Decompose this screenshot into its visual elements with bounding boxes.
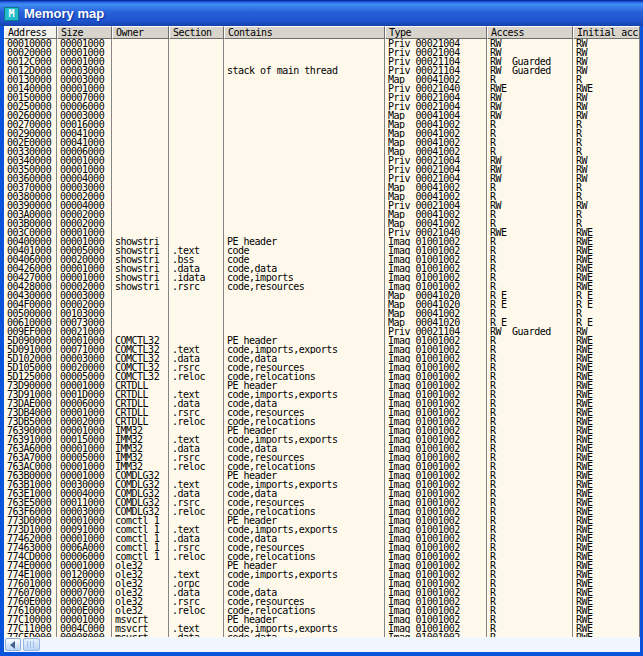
cell-address: 763A7000 — [4, 453, 57, 462]
cell-initial_access: R — [573, 183, 640, 192]
table-row[interactable]: 763A700000005000IMM32.rsrccode,resources… — [4, 453, 640, 462]
column-header-section[interactable]: Section — [169, 26, 224, 39]
table-row[interactable]: 7760100000006000ole32.orpccodeImag 01001… — [4, 579, 640, 588]
cell-initial_access: R — [573, 309, 640, 318]
table-row[interactable]: 7639000000001000IMM32PE headerImag 01001… — [4, 426, 640, 435]
cell-initial_access: RW — [573, 102, 640, 111]
column-header-owner[interactable]: Owner — [112, 26, 169, 39]
cell-type: Priv 00021004 — [385, 48, 487, 57]
table-row[interactable]: 763B000000001000COMDLG32PE headerImag 01… — [4, 471, 640, 480]
table-row[interactable]: 7639100000015000IMM32.textcode,imports,e… — [4, 435, 640, 444]
column-header-contains[interactable]: Contains — [224, 26, 385, 39]
cell-owner — [112, 129, 169, 138]
cell-initial_access: RWE — [573, 588, 640, 597]
table-row[interactable]: 5D12500000005000COMCTL32.reloccode,reloc… — [4, 372, 640, 381]
table-row[interactable]: 73DAE00000006000CRTDLL.datacode,dataImag… — [4, 399, 640, 408]
table-row[interactable]: 774630000006A000comctl_1.rsrccode,resour… — [4, 543, 640, 552]
table-row[interactable]: 763E100000004000COMDLG32.datacode,dataIm… — [4, 489, 640, 498]
table-row[interactable]: 0040100000005000showstri.textcodeImag 01… — [4, 246, 640, 255]
table-row[interactable]: 774CD00000006000comctl_1.reloccode,reloc… — [4, 552, 640, 561]
table-row[interactable]: 004F000000002000Map 00041020R ER E — [4, 300, 640, 309]
table-row[interactable]: 73DB500000002000CRTDLL.reloccode,relocat… — [4, 417, 640, 426]
table-row[interactable]: 0036000000004000Priv 00021004RWRW — [4, 174, 640, 183]
cell-address: 00428000 — [4, 282, 57, 291]
table-row[interactable]: 0061000000073000Map 00041020R ER E — [4, 318, 640, 327]
table-row[interactable]: 009EF00000021000Priv 00021104RW GuardedR… — [4, 327, 640, 336]
memory-map-window-icon[interactable]: M — [4, 7, 19, 21]
table-row[interactable]: 002E000000041000Map 00041002RR — [4, 138, 640, 147]
cell-initial_access: RWE — [573, 624, 640, 633]
table-row[interactable]: 0012C00000001000Priv 00021104RW GuardedR… — [4, 57, 640, 66]
table-row[interactable]: 7760700000007000ole32.datacode,dataImag … — [4, 588, 640, 597]
table-row[interactable]: 77C1000000001000msvcrtPE headerImag 0100… — [4, 615, 640, 624]
scroll-left-button[interactable] — [5, 638, 21, 651]
table-row[interactable]: 774E100000120000ole32.textcode,imports,e… — [4, 570, 640, 579]
table-row[interactable]: 73DB400000001000CRTDLL.rsrccode,resource… — [4, 408, 640, 417]
table-row[interactable]: 0001000000001000Priv 00021004RWRW — [4, 39, 640, 48]
table-row[interactable]: 0037000000003000Map 00041002RR — [4, 183, 640, 192]
table-row[interactable]: 0039000000004000Priv 00021004RWRW — [4, 201, 640, 210]
column-header-access[interactable]: Access — [487, 26, 573, 39]
column-header-type[interactable]: Type — [385, 26, 487, 39]
table-row[interactable]: 003C000000001000Priv 00021040RWERWE — [4, 228, 640, 237]
table-row[interactable]: 774E000000001000ole32PE headerImag 01001… — [4, 561, 640, 570]
cell-contains: PE header — [224, 561, 385, 570]
table-row[interactable]: 776100000000E000ole32.reloccode,relocati… — [4, 606, 640, 615]
table-row[interactable]: 763E500000011000COMDLG32.rsrccode,resour… — [4, 498, 640, 507]
table-row[interactable]: 0025000000006000Priv 00021004RWRW — [4, 102, 640, 111]
table-row[interactable]: 0042700000001000showstri.idatacode,impor… — [4, 273, 640, 282]
table-row[interactable]: 0013000000003000Map 00041002RR — [4, 75, 640, 84]
table-row[interactable]: 0040000000001000showstriPE headerImag 01… — [4, 237, 640, 246]
table-row[interactable]: 5D09100000071000COMCTL32.textcode,import… — [4, 345, 640, 354]
cell-address: 763A6000 — [4, 444, 57, 453]
cell-initial_access: RWE — [573, 381, 640, 390]
table-row[interactable]: 5D10200000003000COMCTL32.datacode,dataIm… — [4, 354, 640, 363]
table-row[interactable]: 763A600000001000IMM32.datacode,dataImag … — [4, 444, 640, 453]
table-row[interactable]: 5D10500000020000COMCTL32.rsrccode,resour… — [4, 363, 640, 372]
table-row[interactable]: 0038000000002000Map 00041002RR — [4, 192, 640, 201]
table-row[interactable]: 77C110000004C000msvcrt.textcode,imports,… — [4, 624, 640, 633]
table-row[interactable]: 0014000000001000Priv 00021040RWERWE — [4, 84, 640, 93]
table-row[interactable]: 003A000000002000Map 00041002RR — [4, 210, 640, 219]
cell-size: 00004000 — [57, 174, 112, 183]
cell-owner: showstri — [112, 273, 169, 282]
table-row[interactable]: 7760E00000002000ole32.rsrccode,resources… — [4, 597, 640, 606]
table-row[interactable]: 0029000000041000Map 00041002RR — [4, 129, 640, 138]
hscrollbar-thumb[interactable] — [23, 638, 40, 651]
table-row[interactable]: 773D100000091000comctl_1.textcode,import… — [4, 525, 640, 534]
table-row[interactable]: 0042800000002000showstri.rsrccode,resour… — [4, 282, 640, 291]
column-header-initial_access[interactable]: Initial acc — [573, 26, 640, 39]
cell-size: 00002000 — [57, 210, 112, 219]
table-row[interactable]: 0035000000001000Priv 00021004RWRW — [4, 165, 640, 174]
table-row[interactable]: 0042600000001000showstri.datacode,dataIm… — [4, 264, 640, 273]
client-area: AddressSizeOwnerSectionContainsTypeAcces… — [0, 26, 643, 656]
table-row[interactable]: 763F600000003000COMDLG32.reloccode,reloc… — [4, 507, 640, 516]
table-row[interactable]: 0050000000103000Map 00041002RR — [4, 309, 640, 318]
table-row[interactable]: 0034000000001000Priv 00021004RWRW — [4, 156, 640, 165]
cell-owner: COMDLG32 — [112, 471, 169, 480]
table-row[interactable]: 0027000000016000Map 00041002RR — [4, 120, 640, 129]
window-title: Memory map — [24, 7, 104, 21]
table-row[interactable]: 0033000000006000Map 00041002RR — [4, 147, 640, 156]
table-row[interactable]: 0012D00000003000stack of main threadPriv… — [4, 66, 640, 75]
table-row[interactable]: 7746200000001000comctl_1.datacode,dataIm… — [4, 534, 640, 543]
hscrollbar[interactable] — [4, 637, 640, 652]
table-row[interactable]: 0002000000001000Priv 00021004RWRW — [4, 48, 640, 57]
cell-address: 773D1000 — [4, 525, 57, 534]
table-row[interactable]: 763AC00000001000IMM32.reloccode,relocati… — [4, 462, 640, 471]
table-row[interactable]: 763B100000030000COMDLG32.textcode,import… — [4, 480, 640, 489]
cell-initial_access: R — [573, 192, 640, 201]
table-row[interactable]: 73D9000000001000CRTDLLPE headerImag 0100… — [4, 381, 640, 390]
cell-type: Priv 00021004 — [385, 93, 487, 102]
cell-section — [169, 471, 224, 480]
table-row[interactable]: 0026000000003000Map 00041004RWRW — [4, 111, 640, 120]
column-header-size[interactable]: Size — [57, 26, 112, 39]
column-header-address[interactable]: Address — [4, 26, 57, 39]
table-row[interactable]: 0040600000020000showstri.bsscodeImag 010… — [4, 255, 640, 264]
table-row[interactable]: 773D000000001000comctl_1PE headerImag 01… — [4, 516, 640, 525]
table-row[interactable]: 0043000000003000Map 00041020R ER E — [4, 291, 640, 300]
table-row[interactable]: 5D09000000001000COMCTL32PE headerImag 01… — [4, 336, 640, 345]
table-row[interactable]: 73D910000001D000CRTDLL.textcode,imports,… — [4, 390, 640, 399]
table-row[interactable]: 0015000000007000Priv 00021004RWRW — [4, 93, 640, 102]
table-row[interactable]: 003B000000002000Map 00041002RR — [4, 219, 640, 228]
